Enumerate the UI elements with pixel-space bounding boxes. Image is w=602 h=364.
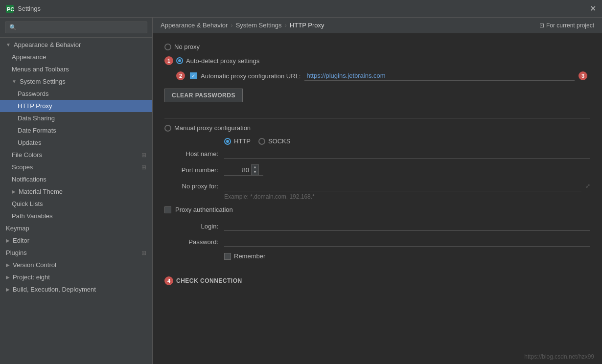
sidebar-item-system-settings[interactable]: ▼ System Settings (0, 75, 152, 88)
password-label: Password: (164, 238, 218, 246)
breadcrumb: Appearance & Behavior › System Settings … (161, 22, 324, 29)
manual-proxy-row: Manual proxy configuration (164, 124, 590, 132)
manual-proxy-option[interactable]: Manual proxy configuration (164, 124, 251, 132)
sidebar-item-menus-toolbars[interactable]: Menus and Toolbars (0, 63, 152, 75)
http-radio[interactable] (224, 138, 231, 145)
sidebar-label: Project: eight (13, 273, 50, 281)
sidebar-item-keymap[interactable]: Keymap (0, 222, 152, 234)
breadcrumb-link-1[interactable]: Appearance & Behavior (161, 22, 228, 29)
auto-detect-label: Auto-detect proxy settings (186, 57, 259, 65)
search-bar (0, 18, 152, 38)
search-input[interactable] (5, 22, 147, 33)
sidebar-label: Plugins (6, 249, 27, 256)
proxy-auth-checkbox[interactable] (164, 206, 171, 213)
settings-icon: ⊞ (141, 164, 146, 171)
sidebar-label: Scopes (12, 163, 33, 171)
sidebar-item-project-eight[interactable]: ▶ Project: eight (0, 271, 152, 283)
main-content: ▼ Appearance & Behavior Appearance Menus… (0, 18, 602, 364)
chevron-right-icon: ▶ (6, 287, 10, 292)
no-proxy-row: No proxy (164, 43, 590, 50)
port-number-input[interactable] (224, 165, 251, 175)
sidebar-item-passwords[interactable]: Passwords (0, 88, 152, 100)
sidebar-label: Updates (18, 139, 41, 146)
no-proxy-for-row: No proxy for: ⤢ (164, 182, 590, 191)
password-input[interactable] (224, 237, 590, 247)
proxy-auth-row: Proxy authentication (164, 206, 590, 213)
clear-passwords-button[interactable]: CLEAR PASSWORDS (164, 89, 243, 102)
sidebar-item-appearance-behavior[interactable]: ▼ Appearance & Behavior (0, 39, 152, 51)
port-decrement-button[interactable]: ▼ (252, 170, 258, 175)
login-input[interactable] (224, 221, 590, 231)
remember-checkbox[interactable] (224, 253, 231, 260)
breadcrumb-link-2[interactable]: System Settings (236, 22, 282, 29)
auto-detect-radio[interactable] (176, 57, 183, 64)
sidebar-label: HTTP Proxy (18, 102, 52, 110)
sidebar-label: Notifications (12, 176, 46, 183)
breadcrumb-sep-2: › (285, 22, 287, 29)
chevron-right-icon: ▶ (6, 274, 10, 280)
login-label: Login: (164, 223, 218, 230)
sidebar-label: Menus and Toolbars (12, 66, 69, 73)
socks-option[interactable]: SOCKS (258, 137, 291, 145)
proxy-auth-label: Proxy authentication (175, 206, 233, 213)
sidebar-item-appearance[interactable]: Appearance (0, 51, 152, 63)
settings-icon: ⊞ (141, 152, 146, 159)
sidebar-item-notifications[interactable]: Notifications (0, 173, 152, 185)
host-name-label: Host name: (164, 150, 218, 158)
host-name-input[interactable] (224, 149, 590, 159)
http-option[interactable]: HTTP (224, 137, 251, 145)
sidebar-item-date-formats[interactable]: Date Formats (0, 124, 152, 136)
sidebar-item-version-control[interactable]: ▶ Version Control (0, 259, 152, 271)
port-input-wrapper: ▲ ▼ (224, 164, 263, 176)
sidebar-label: Passwords (18, 90, 49, 97)
sidebar-item-plugins[interactable]: Plugins ⊞ (0, 247, 152, 259)
sidebar-item-scopes[interactable]: Scopes ⊞ (0, 161, 152, 173)
svg-text:PC: PC (7, 6, 14, 12)
chevron-down-icon: ▼ (12, 79, 17, 84)
breadcrumb-bar: Appearance & Behavior › System Settings … (153, 18, 602, 33)
title-bar-left: PC Settings (6, 5, 41, 13)
sidebar-label: Quick Lists (12, 200, 43, 207)
title-bar: PC Settings ✕ (0, 0, 602, 18)
close-button[interactable]: ✕ (590, 4, 596, 13)
auto-config-checkbox-row (190, 72, 197, 79)
sidebar-item-quick-lists[interactable]: Quick Lists (0, 198, 152, 210)
remember-label: Remember (234, 252, 265, 260)
http-socks-row: HTTP SOCKS (224, 137, 590, 145)
login-row: Login: (164, 221, 590, 231)
proxy-url-input[interactable] (304, 71, 575, 81)
sidebar-item-build-execution[interactable]: ▶ Build, Execution, Deployment (0, 283, 152, 296)
sidebar-item-editor[interactable]: ▶ Editor (0, 234, 152, 247)
manual-proxy-radio[interactable] (164, 125, 171, 132)
port-number-row: Port number: ▲ ▼ (164, 164, 590, 176)
sidebar-label: Build, Execution, Deployment (13, 286, 96, 293)
no-proxy-radio[interactable] (164, 44, 171, 50)
auto-config-checkbox[interactable] (190, 72, 197, 79)
no-proxy-option[interactable]: No proxy (164, 43, 200, 50)
sidebar-item-updates[interactable]: Updates (0, 136, 152, 149)
sidebar-item-file-colors[interactable]: File Colors ⊞ (0, 149, 152, 161)
check-connection-button[interactable]: CHECK CONNECTION (176, 273, 242, 288)
for-current-project[interactable]: ⊡ For current project (539, 22, 594, 29)
sidebar-label: Data Sharing (18, 114, 55, 122)
port-number-label: Port number: (164, 166, 218, 174)
no-proxy-for-label: No proxy for: (164, 182, 218, 190)
socks-radio[interactable] (258, 138, 265, 145)
expand-icon[interactable]: ⤢ (585, 182, 590, 189)
no-proxy-label: No proxy (174, 43, 200, 50)
no-proxy-for-input[interactable] (224, 182, 581, 191)
sidebar-item-path-variables[interactable]: Path Variables (0, 210, 152, 222)
sidebar-label: Date Formats (18, 127, 56, 134)
main-panel: Appearance & Behavior › System Settings … (153, 18, 602, 364)
sidebar-label: Version Control (13, 261, 56, 269)
sidebar-item-data-sharing[interactable]: Data Sharing (0, 112, 152, 124)
app-icon: PC (6, 5, 14, 13)
badge-2: 2 (176, 71, 185, 80)
sidebar-label: System Settings (20, 78, 66, 85)
sidebar: ▼ Appearance & Behavior Appearance Menus… (0, 18, 153, 364)
sidebar-item-material-theme[interactable]: ▶ Material Theme (0, 185, 152, 198)
port-increment-button[interactable]: ▲ (252, 165, 258, 170)
sidebar-item-http-proxy[interactable]: HTTP Proxy (0, 100, 152, 112)
auto-detect-option[interactable]: Auto-detect proxy settings (176, 57, 259, 65)
clear-passwords-container: CLEAR PASSWORDS (164, 85, 590, 110)
